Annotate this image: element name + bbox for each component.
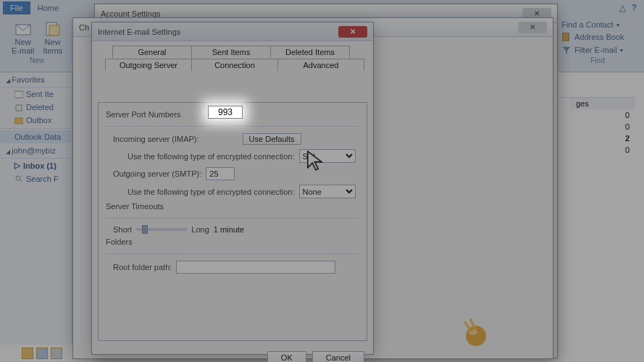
- long-label: Long: [191, 225, 209, 234]
- tab-deleted-items[interactable]: Deleted Items: [270, 46, 350, 58]
- outgoing-label: Outgoing server (SMTP):: [113, 169, 201, 178]
- close-icon[interactable]: ✕: [338, 26, 367, 38]
- sidebar-datafile[interactable]: Outlook Data: [0, 130, 72, 143]
- outgoing-enc-label: Use the following type of encrypted conn…: [127, 188, 295, 196]
- timeout-value: 1 minute: [214, 225, 244, 234]
- orb-decoration-icon: [460, 317, 492, 349]
- svg-rect-5: [14, 118, 23, 124]
- outgoing-enc-select[interactable]: None: [299, 185, 356, 198]
- sidebar-inbox[interactable]: ▷ Inbox (1): [0, 159, 72, 172]
- outgoing-port-input[interactable]: [206, 167, 235, 180]
- filter-email-button[interactable]: Filter E-mail▾: [560, 43, 624, 56]
- tab-file[interactable]: File: [3, 1, 30, 14]
- sidebar: Favorites Sent Ite Deleted Outbox Outloo…: [0, 72, 72, 345]
- ribbon-up-icon[interactable]: △: [619, 3, 626, 13]
- new-items-button[interactable]: New Items: [40, 19, 65, 56]
- svg-rect-4: [14, 91, 23, 98]
- tab-outgoing-server[interactable]: Outgoing Server: [105, 59, 192, 71]
- find-contact-input[interactable]: Find a Contact▾: [560, 19, 621, 30]
- iemail-title: Internet E-mail Settings: [98, 28, 180, 36]
- msg-header: ges: [576, 99, 589, 108]
- sidebar-account[interactable]: john@mybiz: [0, 143, 72, 159]
- address-book-button[interactable]: Address Book: [560, 30, 625, 43]
- ribbon-group-find: Find a Contact▾ Address Book Filter E-ma…: [554, 19, 641, 64]
- count-3: 0: [625, 146, 630, 154]
- close-icon[interactable]: ✕: [518, 22, 547, 33]
- use-defaults-button[interactable]: Use Defaults: [243, 133, 301, 145]
- incoming-port-input[interactable]: 993: [208, 106, 243, 119]
- change-title: Ch: [79, 23, 89, 32]
- sidebar-item-outbox[interactable]: Outbox: [0, 114, 72, 127]
- timeout-slider[interactable]: [136, 228, 187, 231]
- group-label-new: New: [30, 56, 44, 64]
- root-path-label: Root folder path:: [113, 263, 172, 272]
- count-2: 2: [625, 134, 630, 143]
- timeouts-label: Server Timeouts: [106, 201, 359, 214]
- account-settings-title: Account Settings: [101, 9, 161, 18]
- internet-email-dialog: Internet E-mail Settings ✕ General Sent …: [91, 22, 374, 355]
- svg-rect-3: [563, 33, 569, 41]
- advanced-panel: Server Port Numbers Incoming server (IMA…: [98, 102, 367, 341]
- tab-home[interactable]: Home: [30, 1, 66, 14]
- sidebar-search-folders[interactable]: Search F: [0, 172, 72, 185]
- cursor-icon: [304, 149, 327, 172]
- tab-general[interactable]: General: [112, 46, 192, 58]
- sidebar-item-sent[interactable]: Sent Ite: [0, 88, 72, 101]
- short-label: Short: [113, 225, 132, 234]
- view-switcher[interactable]: [22, 348, 62, 359]
- tab-advanced[interactable]: Advanced: [277, 59, 364, 71]
- help-icon[interactable]: ?: [632, 3, 637, 13]
- tab-sent-items[interactable]: Sent Items: [191, 46, 271, 58]
- tab-bar: General Sent Items Deleted Items Outgoin…: [98, 46, 367, 75]
- count-0: 0: [625, 111, 630, 119]
- sidebar-item-deleted[interactable]: Deleted: [0, 101, 72, 114]
- ok-button[interactable]: OK: [267, 351, 306, 362]
- root-path-input[interactable]: [176, 261, 335, 274]
- svg-rect-2: [49, 25, 59, 35]
- tab-connection[interactable]: Connection: [191, 59, 278, 71]
- new-email-button[interactable]: New E-mail: [9, 19, 37, 56]
- count-1: 0: [625, 122, 630, 131]
- incoming-enc-label: Use the following type of encrypted conn…: [127, 152, 295, 161]
- group-label-find: Find: [590, 56, 604, 64]
- sidebar-favorites[interactable]: Favorites: [0, 72, 72, 88]
- cancel-button[interactable]: Cancel: [312, 351, 364, 362]
- incoming-label: Incoming server (IMAP):: [113, 135, 199, 143]
- ribbon-group-new: New E-mail New Items New: [3, 19, 72, 64]
- folders-label: Folders: [106, 236, 359, 249]
